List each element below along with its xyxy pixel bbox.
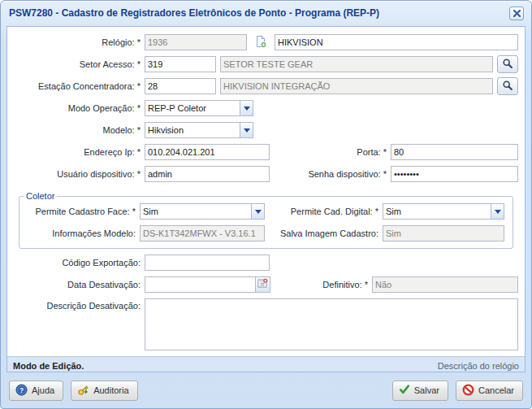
modo-operacao-combo[interactable]: REP-P Coletor: [145, 100, 253, 116]
row-usuario-senha: Usuário dispositivo: * Senha dispositivo…: [7, 166, 525, 182]
permite-digital-value: Sim: [383, 203, 491, 220]
cancel-icon: [462, 384, 474, 398]
form-area: Relógio: *: [7, 27, 525, 356]
title-bar: PSW7280 - Cadastro de Registradores Elet…: [1, 1, 531, 25]
row-ip-porta: Endereço Ip: * Porta: *: [7, 144, 525, 160]
data-desativacao-label: Data Desativação:: [7, 280, 145, 289]
chevron-down-icon[interactable]: [251, 203, 265, 220]
estacao-code-field[interactable]: [145, 78, 216, 94]
porta-label: Porta: *: [270, 147, 391, 157]
close-icon: [513, 7, 521, 20]
salvar-button-label: Salvar: [414, 385, 439, 395]
calendar-icon: [257, 278, 268, 291]
row-relogio: Relógio: *: [7, 34, 525, 50]
svg-text:?: ?: [19, 385, 24, 394]
row-estacao: Estação Concentradora: *: [7, 78, 525, 94]
modelo-combo[interactable]: Hikvision: [145, 122, 253, 138]
data-desativacao-calendar-button[interactable]: [255, 276, 270, 293]
data-desativacao-field[interactable]: [145, 276, 256, 293]
row-modelo: Modelo: * Hikvision: [7, 122, 525, 138]
salva-imagem-field: [383, 225, 504, 241]
help-icon: ?: [15, 384, 28, 398]
modo-operacao-value: REP-P Coletor: [145, 100, 240, 116]
ajuda-button-label: Ajuda: [32, 385, 54, 395]
auditoria-button-label: Auditoria: [93, 385, 128, 395]
codigo-exportacao-label: Código Exportação:: [7, 258, 145, 268]
modelo-value: Hikvision: [145, 122, 240, 138]
window-title: PSW7280 - Cadastro de Registradores Elet…: [9, 7, 379, 19]
relogio-name-field[interactable]: [275, 34, 518, 50]
cancelar-button[interactable]: Cancelar: [456, 381, 523, 401]
auditoria-button[interactable]: Auditoria: [71, 381, 137, 401]
row-descricao: Descrição Desativação:: [7, 298, 525, 350]
estacao-label: Estação Concentradora: *: [7, 81, 145, 91]
estacao-desc-field: [220, 78, 493, 94]
senha-label: Senha dispositivo: *: [270, 169, 391, 179]
ajuda-button[interactable]: ? Ajuda: [9, 381, 63, 401]
senha-field[interactable]: [391, 166, 518, 182]
chevron-down-icon[interactable]: [240, 122, 253, 138]
form-panel: Relógio: *: [6, 26, 526, 372]
key-icon: [77, 384, 89, 398]
coletor-legend: Coletor: [24, 191, 57, 201]
permite-digital-combo[interactable]: Sim: [383, 203, 504, 220]
coletor-fieldset: Coletor Permite Cadastro Face: * Sim Per…: [19, 191, 513, 249]
row-info-modelo: Informações Modelo: Salva Imagem Cadastr…: [19, 225, 504, 241]
chevron-down-icon[interactable]: [491, 203, 504, 220]
relogio-code-field: [145, 34, 247, 50]
permite-digital-label: Permite Cad. Digital: *: [265, 207, 383, 216]
definitivo-field: [372, 276, 518, 293]
codigo-exportacao-field[interactable]: [145, 255, 270, 271]
row-permite: Permite Cadastro Face: * Sim Permite Cad…: [19, 203, 504, 220]
cancelar-button-label: Cancelar: [478, 385, 514, 395]
info-modelo-label: Informações Modelo:: [19, 228, 140, 238]
status-mode-text: Modo de Edição.: [13, 361, 84, 371]
status-hint-text: Descrição do relógio: [438, 361, 519, 371]
footer-toolbar: ? Ajuda Auditoria Salvar: [6, 376, 526, 404]
endereco-ip-label: Endereço Ip: *: [7, 147, 145, 157]
row-data-definitivo: Data Desativação: Definitivo: *: [7, 276, 525, 293]
salvar-button[interactable]: Salvar: [392, 381, 448, 401]
setor-acesso-desc-field: [220, 56, 493, 72]
descricao-desativacao-label: Descrição Desativação:: [7, 298, 145, 311]
new-document-button[interactable]: [252, 34, 270, 50]
modo-operacao-label: Modo Operação: *: [7, 103, 145, 113]
magnifier-icon: [502, 58, 513, 72]
usuario-field[interactable]: [145, 166, 270, 182]
endereco-ip-field[interactable]: [145, 144, 270, 160]
permite-face-combo[interactable]: Sim: [140, 203, 265, 220]
status-bar: Modo de Edição. Descrição do relógio: [7, 356, 525, 372]
dialog-window: PSW7280 - Cadastro de Registradores Elet…: [0, 0, 532, 409]
estacao-search-button[interactable]: [497, 77, 518, 95]
relogio-label: Relógio: *: [7, 37, 145, 47]
row-modo-operacao: Modo Operação: * REP-P Coletor: [7, 100, 525, 116]
setor-acesso-label: Setor Acesso: *: [7, 59, 145, 69]
porta-field[interactable]: [391, 144, 518, 160]
info-modelo-field: [140, 225, 265, 241]
descricao-desativacao-field[interactable]: [145, 298, 518, 350]
document-add-icon: [254, 35, 267, 50]
close-button[interactable]: [509, 7, 524, 20]
permite-face-label: Permite Cadastro Face: *: [19, 207, 140, 216]
row-setor-acesso: Setor Acesso: *: [7, 56, 525, 72]
chevron-down-icon[interactable]: [240, 100, 253, 116]
setor-acesso-search-button[interactable]: [497, 55, 518, 73]
setor-acesso-code-field[interactable]: [145, 56, 216, 72]
magnifier-icon: [502, 80, 513, 94]
usuario-label: Usuário dispositivo: *: [7, 169, 145, 179]
definitivo-label: Definitivo: *: [270, 280, 372, 289]
salva-imagem-label: Salva Imagem Cadastro:: [265, 228, 383, 238]
permite-face-value: Sim: [140, 203, 251, 220]
modelo-label: Modelo: *: [7, 125, 145, 135]
check-icon: [399, 384, 410, 397]
row-codigo-exportacao: Código Exportação:: [7, 255, 525, 271]
